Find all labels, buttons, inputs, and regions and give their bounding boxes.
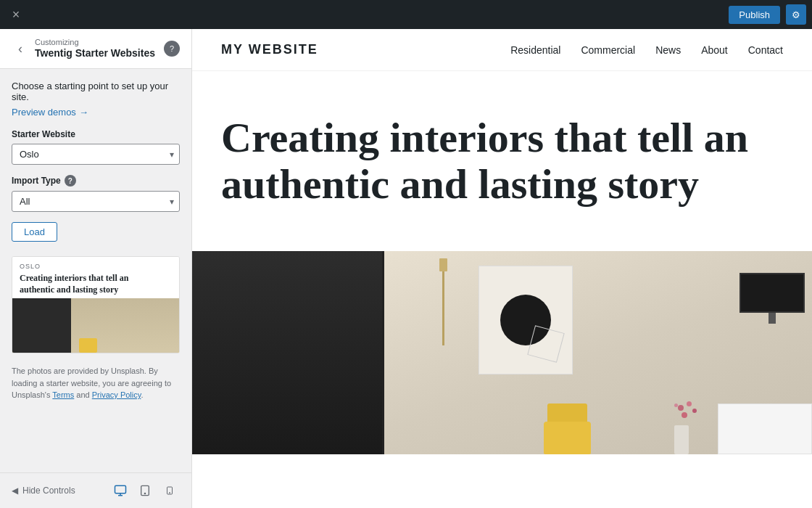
- preview-pane: MY WEBSITE Residential Commercial News A…: [192, 29, 812, 508]
- preview-demos-link[interactable]: Preview demos →: [12, 107, 88, 118]
- settings-button[interactable]: ⚙: [786, 4, 806, 25]
- nav-link-contact[interactable]: Contact: [748, 44, 783, 56]
- hide-controls-button[interactable]: ◀ Hide Controls: [12, 486, 75, 496]
- help-button[interactable]: ?: [164, 41, 180, 57]
- close-button[interactable]: ×: [6, 4, 26, 25]
- preview-card[interactable]: OSLO Creating interiors that tell an aut…: [12, 256, 180, 353]
- website-hero-image: [192, 251, 812, 454]
- preview-demos-label: Preview demos: [12, 107, 76, 118]
- nav-link-residential[interactable]: Residential: [510, 44, 560, 56]
- floor-lamp: [442, 258, 444, 345]
- tv-stand: [768, 313, 776, 324]
- import-type-label: Import Type ?: [12, 175, 180, 187]
- customizing-label: Customizing: [35, 38, 158, 46]
- chair-seat: [544, 422, 591, 454]
- preview-chair-element: [79, 338, 97, 353]
- yellow-chair: [544, 411, 594, 454]
- vase: [674, 425, 689, 454]
- import-type-select-wrap: All Content Only Styles Only ▾: [12, 191, 180, 212]
- website-preview: MY WEBSITE Residential Commercial News A…: [192, 29, 812, 508]
- import-type-select[interactable]: All Content Only Styles Only: [12, 191, 180, 212]
- mobile-icon: [165, 484, 174, 497]
- website-nav: MY WEBSITE Residential Commercial News A…: [192, 29, 812, 71]
- terms-link[interactable]: Terms: [52, 390, 74, 399]
- starter-website-label: Starter Website: [12, 129, 180, 139]
- top-toolbar: × Publish ⚙: [0, 0, 812, 29]
- sidebar-header: ‹ Customizing Twentig Starter Websites ?: [0, 29, 191, 69]
- footer-icons: [110, 480, 180, 501]
- privacy-policy-link[interactable]: Privacy Policy: [92, 390, 141, 399]
- main-area: ‹ Customizing Twentig Starter Websites ?…: [0, 29, 812, 508]
- nav-link-commercial[interactable]: Commercial: [581, 44, 635, 56]
- flowers: [671, 398, 707, 427]
- svg-point-4: [144, 493, 145, 493]
- import-type-help-icon[interactable]: ?: [65, 175, 76, 187]
- website-nav-links: Residential Commercial News About Contac…: [510, 44, 783, 56]
- customizer-sidebar: ‹ Customizing Twentig Starter Websites ?…: [0, 29, 192, 508]
- starter-website-select-wrap: Oslo Copenhagen Helsinki Stockholm ▾: [12, 144, 180, 165]
- tablet-icon: [139, 484, 151, 497]
- intro-text: Choose a starting point to set up your s…: [12, 81, 180, 102]
- unsplash-notice: The photos are provided by Unsplash. By …: [12, 365, 180, 401]
- mobile-view-button[interactable]: [160, 480, 180, 501]
- svg-point-6: [170, 493, 170, 493]
- sidebar-header-text: Customizing Twentig Starter Websites: [35, 38, 158, 60]
- light-panel: [384, 251, 812, 454]
- artwork-circle: [500, 295, 551, 345]
- hero-title: Creating interiors that tell an authenti…: [221, 115, 765, 208]
- sidebar-content: Choose a starting point to set up your s…: [0, 69, 191, 472]
- preview-demos-arrow-icon: →: [79, 107, 88, 118]
- preview-card-site-label: OSLO: [20, 263, 172, 270]
- nav-link-about[interactable]: About: [701, 44, 728, 56]
- desktop-icon: [114, 484, 127, 497]
- desktop-view-button[interactable]: [110, 480, 130, 501]
- preview-card-image: [12, 298, 179, 353]
- wall-artwork: [478, 266, 573, 374]
- back-button[interactable]: ‹: [12, 40, 29, 57]
- sidebar-title: Twentig Starter Websites: [35, 47, 155, 59]
- hide-controls-label: Hide Controls: [22, 486, 75, 496]
- preview-card-title: Creating interiors that tell an authenti…: [20, 273, 172, 295]
- white-cabinet: [718, 403, 812, 454]
- preview-interior-image: [12, 298, 179, 353]
- svg-rect-0: [115, 486, 126, 493]
- dark-panel: [192, 251, 384, 454]
- starter-website-select[interactable]: Oslo Copenhagen Helsinki Stockholm: [12, 144, 180, 165]
- nav-link-news[interactable]: News: [655, 44, 681, 56]
- website-logo: MY WEBSITE: [221, 42, 318, 57]
- tv-screen: [740, 273, 805, 313]
- publish-button[interactable]: Publish: [729, 6, 780, 24]
- hide-controls-icon: ◀: [12, 486, 18, 496]
- tablet-view-button[interactable]: [135, 480, 155, 501]
- load-button[interactable]: Load: [12, 222, 57, 242]
- preview-card-header: OSLO Creating interiors that tell an aut…: [12, 257, 179, 298]
- website-hero: Creating interiors that tell an authenti…: [192, 71, 812, 251]
- sidebar-footer: ◀ Hide Controls: [0, 472, 191, 508]
